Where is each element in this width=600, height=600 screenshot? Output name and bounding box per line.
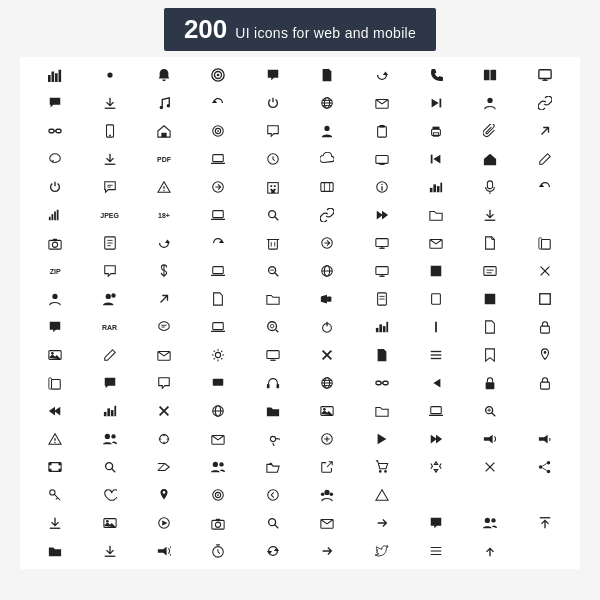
rar-label-icon: RAR <box>98 315 122 339</box>
crosshair-icon <box>152 427 176 451</box>
icon-row-8: ZIP <box>28 257 572 285</box>
svg-point-225 <box>546 461 550 465</box>
svg-marker-125 <box>321 295 327 304</box>
clock-icon <box>261 147 285 171</box>
download-icon <box>98 91 122 115</box>
clipboard-icon <box>370 119 394 143</box>
triangle-icon <box>370 483 394 507</box>
svg-rect-160 <box>213 379 224 386</box>
18plus-label-icon: 18+ <box>152 203 176 227</box>
svg-rect-214 <box>49 469 52 472</box>
svg-rect-104 <box>541 240 550 250</box>
svg-marker-94 <box>219 240 224 244</box>
link3-icon <box>152 287 176 311</box>
svg-marker-171 <box>433 379 440 388</box>
svg-marker-239 <box>375 490 387 501</box>
folder-icon <box>424 203 448 227</box>
at-icon <box>261 427 285 451</box>
twitter-icon <box>370 539 394 563</box>
svg-rect-52 <box>431 155 433 164</box>
svg-rect-215 <box>59 463 62 466</box>
svg-marker-210 <box>484 435 493 444</box>
svg-rect-168 <box>375 381 380 385</box>
icon-row-1 <box>28 61 572 89</box>
svg-rect-74 <box>488 181 493 189</box>
svg-marker-21 <box>212 100 217 104</box>
zip-label-icon: ZIP <box>43 259 67 283</box>
speech-bubble-icon <box>43 91 67 115</box>
svg-rect-12 <box>484 70 489 81</box>
movie-icon <box>43 455 67 479</box>
svg-marker-244 <box>162 520 167 525</box>
sync-icon <box>261 539 285 563</box>
svg-point-227 <box>539 465 543 469</box>
icon-row-4: PDF <box>28 145 572 173</box>
svg-point-69 <box>381 184 382 185</box>
alert-icon <box>43 427 67 451</box>
svg-marker-209 <box>436 435 442 444</box>
svg-point-222 <box>384 470 387 473</box>
svg-point-123 <box>105 294 110 299</box>
x2-icon <box>152 399 176 423</box>
svg-rect-15 <box>539 70 551 79</box>
lens-icon <box>261 315 285 339</box>
svg-marker-254 <box>158 547 167 556</box>
svg-rect-64 <box>321 183 333 192</box>
svg-point-124 <box>111 293 115 297</box>
chat-icon <box>261 63 285 87</box>
chain-link-icon <box>43 119 67 143</box>
warning-icon <box>152 175 176 199</box>
doc-icon <box>206 287 230 311</box>
svg-point-138 <box>270 324 274 328</box>
svg-rect-106 <box>213 267 224 274</box>
svg-marker-51 <box>433 155 440 164</box>
laptop3-icon <box>424 399 448 423</box>
svg-point-195 <box>104 434 109 439</box>
bubble2-icon <box>43 315 67 339</box>
prev-icon <box>424 371 448 395</box>
svg-rect-116 <box>431 266 442 277</box>
svg-rect-31 <box>49 129 54 133</box>
menu-icon <box>424 343 448 367</box>
svg-point-219 <box>213 462 218 467</box>
link2-icon <box>315 203 339 227</box>
svg-rect-42 <box>379 125 384 128</box>
close2-icon <box>478 455 502 479</box>
svg-rect-187 <box>431 407 442 414</box>
svg-rect-2 <box>55 73 58 82</box>
svg-point-251 <box>492 518 496 522</box>
skip-back-icon <box>424 147 448 171</box>
chat3-icon <box>152 315 176 339</box>
chart-icon <box>424 175 448 199</box>
svg-rect-142 <box>379 324 382 332</box>
svg-point-217 <box>105 463 112 470</box>
shield-icon <box>533 371 557 395</box>
heart-icon <box>98 483 122 507</box>
bubble-icon <box>98 259 122 283</box>
svg-rect-47 <box>213 155 224 162</box>
svg-rect-172 <box>486 382 495 389</box>
svg-rect-179 <box>114 406 116 417</box>
icons-grid: PDF JPEG 18+ <box>20 57 580 569</box>
svg-rect-60 <box>270 185 272 187</box>
svg-point-158 <box>543 351 546 354</box>
icon-row-12 <box>28 369 572 397</box>
svg-point-45 <box>50 154 61 163</box>
svg-rect-169 <box>382 381 387 385</box>
svg-rect-136 <box>213 323 224 330</box>
download3-icon <box>478 203 502 227</box>
svg-point-19 <box>160 106 164 110</box>
svg-rect-29 <box>439 99 441 108</box>
bookmark-icon <box>478 343 502 367</box>
svg-rect-71 <box>433 184 436 192</box>
svg-marker-174 <box>54 407 60 416</box>
people-icon <box>315 483 339 507</box>
svg-rect-3 <box>59 70 62 82</box>
svg-point-226 <box>546 470 550 474</box>
icon-row-5 <box>28 173 572 201</box>
icon-row-15 <box>28 453 572 481</box>
monitor-icon <box>533 63 557 87</box>
lines-icon <box>424 539 448 563</box>
computer-icon <box>206 259 230 283</box>
dollar-icon <box>152 259 176 283</box>
